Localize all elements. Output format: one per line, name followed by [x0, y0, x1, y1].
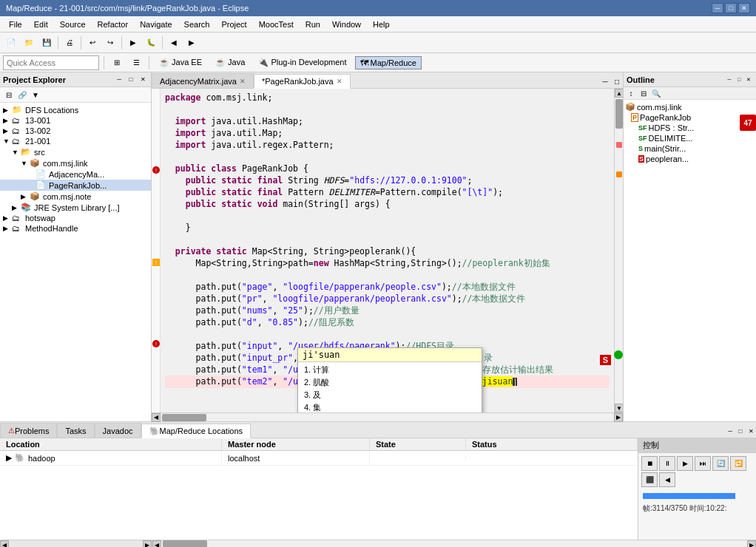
tab-pagerankjob[interactable]: *PageRankJob.java ✕ — [254, 74, 351, 89]
tab-problems[interactable]: ⚠ Problems — [0, 423, 57, 438]
toolbar-open[interactable]: 📁 — [21, 35, 37, 51]
outline-minimize-button[interactable]: ─ — [725, 75, 734, 85]
tree-item-hotswap[interactable]: ▶ 🗂 hotswap — [0, 213, 151, 223]
outline-filter-button[interactable]: 🔍 — [650, 88, 662, 98]
hscroll-thumb[interactable] — [162, 414, 206, 421]
menu-navigate[interactable]: Navigate — [134, 18, 178, 30]
tab-adjacencymatrix[interactable]: AdjacencyMatrix.java ✕ — [152, 73, 254, 88]
outline-item-main[interactable]: S main(Strir... — [624, 143, 756, 154]
toolbar-persp-list[interactable]: ☰ — [128, 55, 144, 71]
ac-item-2[interactable]: 2. 肌酸 — [298, 376, 482, 389]
table-row[interactable]: ▶ 🐘 hadoop localhost — [0, 451, 638, 466]
tree-item-13002[interactable]: ▶ 🗂 13-002 — [0, 126, 151, 136]
menu-search[interactable]: Search — [178, 18, 216, 30]
editor-maximize-button[interactable]: □ — [611, 75, 623, 88]
ac-item-3[interactable]: 3. 及 — [298, 389, 482, 401]
bottom-close-button[interactable]: ✕ — [746, 424, 756, 438]
menu-refactor[interactable]: Refactor — [92, 18, 135, 30]
tree-item-methodhandle[interactable]: ▶ 🗂 MethodHandle — [0, 223, 151, 234]
ctrl-btn-2[interactable]: ⏸ — [659, 456, 675, 471]
editor-horizontal-scrollbar[interactable]: ◀ ▶ — [152, 412, 623, 421]
editor-hscroll-left[interactable]: ◀ — [152, 540, 161, 547]
pe-hscroll-right[interactable]: ▶ — [143, 540, 152, 547]
tab-javadoc[interactable]: Javadoc — [95, 423, 141, 438]
ctrl-btn-3[interactable]: ▶ — [677, 456, 693, 471]
outline-item-delimiter[interactable]: SF DELIMITE... — [624, 133, 756, 143]
tree-item-21001[interactable]: ▼ 🗂 21-001 — [0, 136, 151, 146]
scroll-track[interactable] — [615, 98, 623, 404]
close-button[interactable]: ✕ — [738, 3, 750, 13]
hscroll-left-button[interactable]: ◀ — [152, 413, 161, 422]
toolbar-persp-open[interactable]: ⊞ — [109, 55, 125, 71]
outline-maximize-button[interactable]: □ — [735, 75, 743, 85]
outline-collapse-button[interactable]: ⊟ — [638, 88, 649, 98]
maximize-button[interactable]: □ — [725, 3, 737, 13]
outline-sort-button[interactable]: ↕ — [625, 88, 637, 98]
outline-item-peoplerank[interactable]: S peopleran... — [624, 154, 756, 164]
editor-minimize-button[interactable]: ─ — [599, 75, 611, 88]
tree-item-package-link[interactable]: ▼ 📦 com.msj.link — [0, 157, 151, 169]
pe-link-button[interactable]: 🔗 — [16, 89, 28, 101]
menu-window[interactable]: Window — [326, 18, 367, 30]
tree-item-adjacency[interactable]: 📄 AdjacencyMa... — [0, 169, 151, 180]
ctrl-btn-8[interactable]: ◀ — [659, 472, 675, 487]
editor-vertical-scrollbar[interactable]: ▲ ▼ — [614, 89, 623, 412]
outline-close-button[interactable]: ✕ — [744, 75, 753, 85]
editor-hscroll-thumb[interactable] — [163, 540, 207, 547]
tree-item-pagerankjob[interactable]: 📄 PageRankJob... — [0, 180, 151, 191]
menu-project[interactable]: Project — [215, 18, 252, 30]
tree-item-dfs[interactable]: ▶ 📁 DFS Locations — [0, 104, 151, 115]
tree-item-src[interactable]: ▼ 📂 src — [0, 146, 151, 157]
ctrl-btn-6[interactable]: 🔁 — [730, 456, 746, 471]
scroll-up-button[interactable]: ▲ — [615, 89, 623, 98]
pe-hscroll-left[interactable]: ◀ — [0, 540, 9, 547]
editor-hscroll-track[interactable] — [209, 540, 747, 547]
tree-item-13001[interactable]: ▶ 🗂 13-001 — [0, 115, 151, 126]
outline-item-class[interactable]: P PageRankJob — [624, 112, 756, 123]
toolbar-run[interactable]: ▶ — [125, 35, 141, 51]
toolbar-redo[interactable]: ↪ — [102, 35, 118, 51]
toolbar-new[interactable]: 📄 — [3, 35, 19, 51]
perspective-plugin[interactable]: 🔌 Plug-in Development — [253, 55, 351, 69]
pe-menu-button[interactable]: ▼ — [30, 89, 41, 101]
perspective-javaee[interactable]: ☕ Java EE — [154, 55, 207, 69]
outline-item-hdfs[interactable]: SF HDFS : Str... — [624, 123, 756, 133]
minimize-button[interactable]: ─ — [712, 3, 723, 13]
ctrl-btn-5[interactable]: 🔄 — [712, 456, 729, 471]
menu-help[interactable]: Help — [367, 18, 396, 30]
hscroll-right-button[interactable]: ▶ — [614, 413, 623, 422]
menu-run[interactable]: Run — [300, 18, 326, 30]
ctrl-btn-1[interactable]: ⏹ — [641, 456, 658, 471]
tab-mapreduce-locations[interactable]: 🐘 Map/Reduce Locations — [141, 424, 252, 438]
menu-edit[interactable]: Edit — [28, 18, 54, 30]
editor-hscroll-right[interactable]: ▶ — [747, 540, 756, 547]
tab-adjacency-close[interactable]: ✕ — [240, 78, 246, 85]
menu-source[interactable]: Source — [54, 18, 92, 30]
scroll-thumb[interactable] — [615, 99, 623, 129]
tab-prj-close[interactable]: ✕ — [337, 78, 342, 85]
toolbar-back[interactable]: ◀ — [166, 35, 182, 51]
window-controls[interactable]: ─ □ ✕ — [712, 3, 750, 13]
outline-item-package[interactable]: 📦 com.msj.link — [624, 101, 756, 112]
tree-item-package-note[interactable]: ▶ 📦 com.msj.note — [0, 191, 151, 202]
tree-item-jre[interactable]: ▶ 📚 JRE System Library [...] — [0, 202, 151, 213]
ac-item-1[interactable]: 1. 计算 — [298, 364, 482, 376]
ac-item-4[interactable]: 4. 集 — [298, 401, 482, 412]
bottom-maximize-button[interactable]: □ — [735, 424, 746, 438]
quick-access-input[interactable] — [3, 55, 99, 70]
toolbar-debug[interactable]: 🐛 — [143, 35, 159, 51]
perspective-mapreduce[interactable]: 🗺 Map/Reduce — [355, 56, 422, 69]
pe-hscroll-track[interactable] — [9, 540, 143, 547]
menu-mooctest[interactable]: MoocTest — [253, 18, 300, 30]
scroll-down-button[interactable]: ▼ — [615, 404, 623, 412]
pe-collapse-button[interactable]: ⊟ — [3, 89, 15, 101]
pe-minimize-button[interactable]: ─ — [114, 75, 124, 85]
bottom-minimize-button[interactable]: ─ — [725, 424, 735, 438]
pe-maximize-button[interactable]: □ — [126, 75, 136, 85]
toolbar-print[interactable]: 🖨 — [61, 35, 78, 51]
tab-tasks[interactable]: Tasks — [57, 423, 94, 438]
toolbar-undo[interactable]: ↩ — [84, 35, 101, 51]
ctrl-btn-7[interactable]: ⬛ — [641, 472, 658, 487]
menu-file[interactable]: File — [3, 18, 28, 30]
toolbar-save[interactable]: 💾 — [38, 35, 55, 51]
